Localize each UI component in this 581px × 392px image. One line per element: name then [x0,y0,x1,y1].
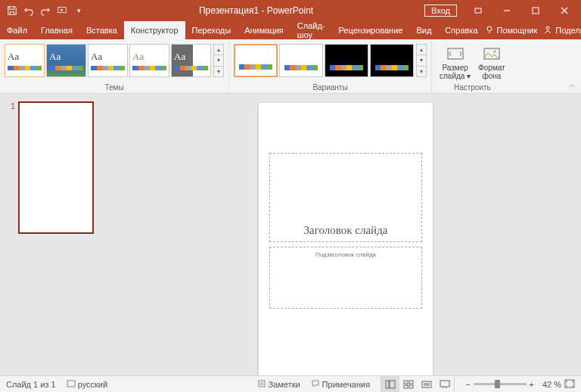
share-icon [543,25,552,36]
theme-option[interactable]: Aa [88,44,128,77]
variant-option[interactable] [325,44,368,77]
subtitle-placeholder[interactable]: Подзаголовок слайда [269,247,422,309]
svg-rect-15 [390,381,395,388]
thumbnail-preview[interactable] [18,101,94,234]
variants-group: ▴▾▾ Варианты [229,39,432,93]
reading-view-button[interactable] [418,376,436,393]
menu-tab-слайд-шоу[interactable]: Слайд-шоу [290,21,332,39]
svg-rect-23 [440,381,449,387]
view-buttons [381,376,455,393]
theme-option[interactable]: Aa [46,44,86,77]
svg-rect-18 [404,385,408,388]
menu-tab-анимация[interactable]: Анимация [238,21,290,39]
close-button[interactable] [551,0,578,21]
zoom-level[interactable]: 42 % [537,380,561,389]
themes-group-label: Темы [104,83,123,92]
svg-rect-17 [409,381,413,384]
start-from-beginning-icon[interactable] [56,5,68,17]
save-icon[interactable] [6,5,18,17]
svg-rect-3 [533,8,539,14]
slide-canvas[interactable]: Заголовок слайда Подзаголовок слайда [110,94,581,375]
menu-tab-вид[interactable]: Вид [409,21,438,39]
tell-me-button[interactable]: Помощник [485,25,538,36]
ribbon: AaAaAaAaAa▴▾▾ Темы ▴▾▾ Варианты Размер с… [0,39,581,94]
slide-sorter-view-button[interactable] [399,376,418,393]
comments-button[interactable]: Примечания [311,379,371,390]
theme-option[interactable]: Aa [129,44,169,77]
slide[interactable]: Заголовок слайда Подзаголовок слайда [259,103,433,375]
notes-icon [257,379,266,390]
spellcheck-icon [67,379,76,390]
svg-rect-14 [386,381,389,388]
ribbon-options-icon[interactable] [464,0,492,21]
menu-tab-переходы[interactable]: Переходы [185,21,238,39]
zoom-slider[interactable] [474,383,527,385]
svg-point-6 [546,26,549,30]
themes-expand-button[interactable]: ▴▾▾ [213,44,224,77]
themes-group: AaAaAaAaAa▴▾▾ Темы [0,39,229,93]
menu-tab-файл[interactable]: Файл [0,21,34,39]
variant-option[interactable] [234,44,278,77]
svg-rect-20 [422,381,431,387]
slide-thumbnail[interactable]: 1 [11,101,100,234]
lightbulb-icon [485,25,494,36]
format-background-button[interactable]: Формат фона [475,44,508,82]
variants-group-label: Варианты [312,83,347,92]
tell-me-label: Помощник [497,26,538,35]
redo-icon[interactable] [39,5,51,17]
zoom-in-button[interactable]: + [530,380,534,389]
menu-tab-вставка[interactable]: Вставка [79,21,124,39]
theme-option[interactable]: Aa [5,44,45,77]
variant-option[interactable] [279,44,323,77]
theme-option[interactable]: Aa [171,44,211,77]
thumbnail-number: 1 [11,101,15,234]
customize-group: Размер слайда ▾ Формат фона Настроить [432,39,513,93]
minimize-button[interactable] [493,0,520,21]
language-button[interactable]: русский [67,379,107,390]
window-title: Презентация1 - PowerPoint [91,5,421,16]
svg-rect-19 [409,385,413,388]
format-background-icon [483,45,501,62]
svg-rect-7 [448,48,463,59]
qat-customize-icon[interactable]: ▾ [73,5,85,17]
customize-group-label: Настроить [454,83,491,92]
svg-rect-10 [67,381,75,387]
fit-to-window-button[interactable] [564,379,575,390]
svg-point-9 [493,50,496,53]
slide-counter[interactable]: Слайд 1 из 1 [6,380,56,389]
svg-rect-1 [475,8,481,13]
undo-icon[interactable] [23,5,35,17]
status-bar: Слайд 1 из 1 русский Заметки Примечания … [0,375,581,392]
comments-icon [311,379,320,390]
maximize-button[interactable] [522,0,549,21]
zoom-controls: − + 42 % [465,379,575,390]
window-controls: Вход [421,0,581,21]
menu-tab-справка[interactable]: Справка [438,21,484,39]
zoom-out-button[interactable]: − [465,380,470,389]
svg-rect-16 [404,381,408,384]
slide-size-button[interactable]: Размер слайда ▾ [437,44,474,82]
zoom-slider-handle[interactable] [495,380,500,388]
title-placeholder[interactable]: Заголовок слайда [269,153,422,242]
collapse-ribbon-icon[interactable]: ︿ [569,79,576,90]
notes-button[interactable]: Заметки [257,379,300,390]
share-button[interactable]: Поделиться [543,25,581,36]
menu-bar: ФайлГлавнаяВставкаКонструкторПереходыАни… [0,21,581,39]
menu-tab-конструктор[interactable]: Конструктор [124,21,185,39]
svg-rect-11 [259,381,265,387]
quick-access-toolbar: ▾ [0,5,91,17]
slideshow-view-button[interactable] [436,376,454,393]
variant-option[interactable] [370,44,414,77]
work-area: 1 Заголовок слайда Подзаголовок слайда [0,94,581,375]
thumbnail-pane[interactable]: 1 [0,94,110,375]
normal-view-button[interactable] [381,376,399,393]
menu-tab-главная[interactable]: Главная [34,21,79,39]
menu-tab-рецензирование[interactable]: Рецензирование [332,21,410,39]
login-button[interactable]: Вход [424,5,457,17]
share-label: Поделиться [555,26,581,35]
variants-expand-button[interactable]: ▴▾▾ [416,44,427,77]
slide-size-icon [446,45,464,62]
svg-point-4 [487,26,492,31]
title-bar: ▾ Презентация1 - PowerPoint Вход [0,0,581,21]
